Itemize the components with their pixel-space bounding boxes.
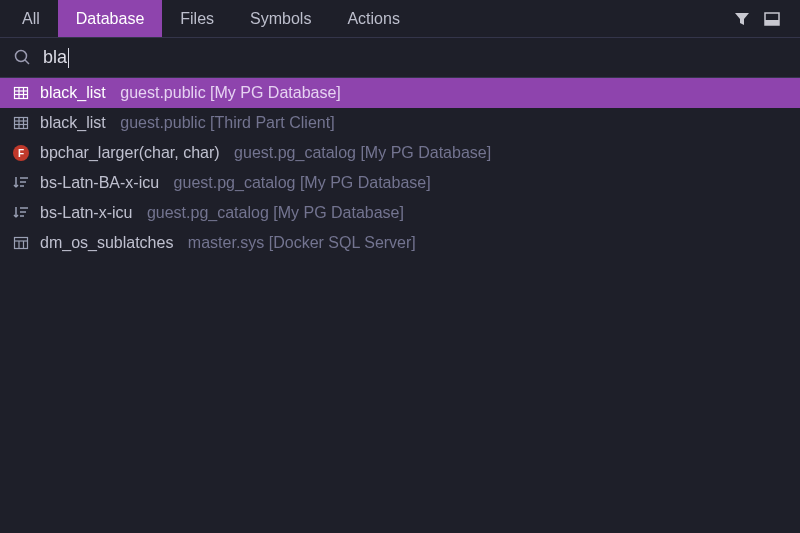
result-row[interactable]: black_list guest.public [Third Part Clie… [0, 108, 800, 138]
result-name: bs-Latn-BA-x-icu [40, 174, 164, 192]
result-name: dm_os_sublatches [40, 234, 178, 252]
tab-files[interactable]: Files [162, 0, 232, 37]
panel-icon[interactable] [764, 11, 780, 27]
tabs-bar: All Database Files Symbols Actions [0, 0, 800, 38]
table-icon [12, 114, 30, 132]
result-path: guest.pg_catalog [My PG Database] [147, 204, 404, 222]
tab-symbols[interactable]: Symbols [232, 0, 329, 37]
search-input[interactable]: bla [43, 47, 69, 68]
search-icon [14, 49, 31, 66]
collation-icon [12, 204, 30, 222]
results-list: black_list guest.public [My PG Database]… [0, 78, 800, 258]
table-icon [12, 84, 30, 102]
filter-icon[interactable] [734, 11, 750, 27]
result-row[interactable]: bs-Latn-x-icu guest.pg_catalog [My PG Da… [0, 198, 800, 228]
result-name: black_list [40, 84, 110, 102]
tab-database[interactable]: Database [58, 0, 163, 37]
result-path: guest.public [My PG Database] [120, 84, 341, 102]
result-name: bs-Latn-x-icu [40, 204, 137, 222]
tab-all[interactable]: All [4, 0, 58, 37]
function-icon: F [12, 144, 30, 162]
result-row[interactable]: black_list guest.public [My PG Database] [0, 78, 800, 108]
search-bar: bla [0, 38, 800, 78]
result-path: guest.public [Third Part Client] [120, 114, 334, 132]
tab-actions[interactable]: Actions [329, 0, 417, 37]
search-input-value: bla [43, 47, 67, 68]
result-path: master.sys [Docker SQL Server] [188, 234, 416, 252]
svg-rect-4 [15, 88, 28, 99]
result-row[interactable]: dm_os_sublatches master.sys [Docker SQL … [0, 228, 800, 258]
svg-point-2 [16, 51, 27, 62]
svg-line-3 [25, 60, 29, 64]
text-caret [68, 48, 69, 68]
result-path: guest.pg_catalog [My PG Database] [234, 144, 491, 162]
result-name: black_list [40, 114, 110, 132]
collation-icon [12, 174, 30, 192]
svg-rect-1 [765, 20, 779, 25]
view-icon [12, 234, 30, 252]
result-path: guest.pg_catalog [My PG Database] [174, 174, 431, 192]
result-name: bpchar_larger(char, char) [40, 144, 224, 162]
result-row[interactable]: F bpchar_larger(char, char) guest.pg_cat… [0, 138, 800, 168]
result-row[interactable]: bs-Latn-BA-x-icu guest.pg_catalog [My PG… [0, 168, 800, 198]
svg-rect-22 [15, 238, 28, 249]
svg-rect-9 [15, 118, 28, 129]
